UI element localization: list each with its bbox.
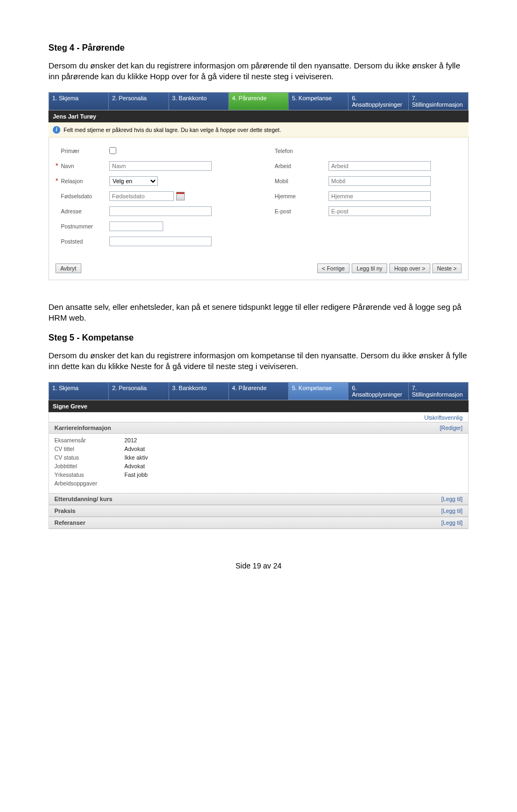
page-footer: Side 19 av 24 <box>48 561 469 570</box>
label-postnummer: Postnummer <box>61 223 109 230</box>
info-strip: i Felt med stjerne er påkrevd hvis du sk… <box>48 122 469 137</box>
kv-row: Arbeidsoppgaver <box>54 479 463 488</box>
karriere-rediger-link[interactable]: [Rediger] <box>439 425 463 431</box>
tab-personalia[interactable]: 2. Personalia <box>109 383 169 400</box>
checkbox-primaer[interactable] <box>109 147 116 154</box>
input-navn[interactable] <box>109 161 212 171</box>
section-referanser-title: Referanser <box>54 519 85 526</box>
kv-row: Eksamensår2012 <box>54 436 463 445</box>
leggtilny-button[interactable]: Legg til ny <box>352 263 387 273</box>
label-hjemme: Hjemme <box>275 193 329 199</box>
label-primaer: Primær <box>61 148 109 154</box>
form-col-right: Telefon Arbeid Mobil Hjemme E-post <box>275 145 462 251</box>
input-arbeid[interactable] <box>329 161 431 171</box>
input-adresse[interactable] <box>109 206 212 216</box>
tab-ansattopplysninger[interactable]: 6. Ansattopplysninger <box>348 383 408 400</box>
forrige-button[interactable]: < Forrige <box>317 263 350 273</box>
tab-stillingsinformasjon[interactable]: 7. Stillingsinformasjon <box>409 93 468 110</box>
input-hjemme[interactable] <box>329 191 431 201</box>
input-postnummer[interactable] <box>109 221 163 231</box>
step5-paragraph: Dersom du ønsker det kan du registrere i… <box>48 350 469 372</box>
tab-skjema[interactable]: 1. Skjema <box>49 383 109 400</box>
kv-row: CV statusIkke aktiv <box>54 453 463 462</box>
section-referanser: Referanser [Legg til] <box>49 517 468 529</box>
section-etter-title: Etterutdanning/ kurs <box>54 496 113 502</box>
label-mobil: Mobil <box>275 178 329 184</box>
wizard-screenshot-parorende: 1. Skjema 2. Personalia 3. Bankkonto 4. … <box>48 92 469 280</box>
tab-personalia[interactable]: 2. Personalia <box>109 93 169 110</box>
section-karriere: Karriereinformasjon [Rediger] <box>49 422 468 434</box>
neste-button[interactable]: Neste > <box>432 263 462 273</box>
label-telefon: Telefon <box>275 148 329 154</box>
referanser-leggtil-link[interactable]: [Legg til] <box>441 519 463 526</box>
praksis-leggtil-link[interactable]: [Legg til] <box>441 508 463 514</box>
label-epost: E-post <box>275 208 329 214</box>
form-col-left: Primær * Navn * Relasjon Velg en <box>55 145 242 251</box>
tab-parorende[interactable]: 4. Pårørende <box>229 383 289 400</box>
label-arbeid: Arbeid <box>275 163 329 169</box>
etter-leggtil-link[interactable]: [Legg til] <box>441 496 463 502</box>
tab-bankkonto[interactable]: 3. Bankkonto <box>169 93 229 110</box>
info-icon: i <box>53 126 60 134</box>
label-navn: Navn <box>61 163 109 169</box>
tab-stillingsinformasjon[interactable]: 7. Stillingsinformasjon <box>409 383 468 400</box>
tab-bankkonto[interactable]: 3. Bankkonto <box>169 383 229 400</box>
employee-name-bar: Jens Jarl Turøy <box>48 110 469 122</box>
tab-kompetanse[interactable]: 5. Kompetanse <box>289 383 348 400</box>
section-praksis-title: Praksis <box>54 508 75 514</box>
section-etterutdanning: Etterutdanning/ kurs [Legg til] <box>49 493 468 505</box>
input-poststed[interactable] <box>109 237 212 246</box>
info-text: Felt med stjerne er påkrevd hvis du skal… <box>64 127 281 133</box>
label-relasjon: Relasjon <box>61 178 109 184</box>
tab-ansattopplysninger[interactable]: 6. Ansattopplysninger <box>348 93 408 110</box>
calendar-icon[interactable] <box>176 192 185 200</box>
step4-paragraph: Dersom du ønsker det kan du registrere i… <box>48 60 469 82</box>
input-fodselsdato[interactable] <box>109 191 174 201</box>
wizard-tabs: 1. Skjema 2. Personalia 3. Bankkonto 4. … <box>48 92 469 110</box>
utskriftsvennlig-link[interactable]: Utskriftsvennlig <box>49 412 468 422</box>
form-panel: Primær * Navn * Relasjon Velg en <box>48 137 469 280</box>
employee-name-bar-2: Signe Greve <box>48 400 469 412</box>
mid-paragraph: Den ansatte selv, eller enhetsleder, kan… <box>48 302 469 324</box>
label-adresse: Adresse <box>61 208 109 214</box>
kv-row: YrkesstatusFast jobb <box>54 470 463 479</box>
karriere-rows: Eksamensår2012 CV tittelAdvokat CV statu… <box>49 434 468 493</box>
kv-row: CV tittelAdvokat <box>54 445 463 453</box>
section-praksis: Praksis [Legg til] <box>49 505 468 517</box>
hoppover-button[interactable]: Hopp over > <box>389 263 430 273</box>
kv-row: JobbtittelAdvokat <box>54 462 463 470</box>
avbryt-button[interactable]: Avbryt <box>55 263 81 273</box>
select-relasjon[interactable]: Velg en <box>109 176 158 186</box>
input-epost[interactable] <box>329 206 431 216</box>
kompetanse-panel: Utskriftsvennlig Karriereinformasjon [Re… <box>48 412 469 529</box>
step4-heading: Steg 4 - Pårørende <box>48 43 469 53</box>
tab-parorende[interactable]: 4. Pårørende <box>229 93 289 110</box>
wizard-tabs-2: 1. Skjema 2. Personalia 3. Bankkonto 4. … <box>48 382 469 400</box>
wizard-screenshot-kompetanse: 1. Skjema 2. Personalia 3. Bankkonto 4. … <box>48 382 469 529</box>
tab-skjema[interactable]: 1. Skjema <box>49 93 109 110</box>
input-mobil[interactable] <box>329 176 431 186</box>
step5-heading: Steg 5 - Kompetanse <box>48 333 469 343</box>
tab-kompetanse[interactable]: 5. Kompetanse <box>289 93 348 110</box>
section-karriere-title: Karriereinformasjon <box>54 425 111 431</box>
label-fodselsdato: Fødselsdato <box>61 193 109 199</box>
label-poststed: Poststed <box>61 238 109 245</box>
